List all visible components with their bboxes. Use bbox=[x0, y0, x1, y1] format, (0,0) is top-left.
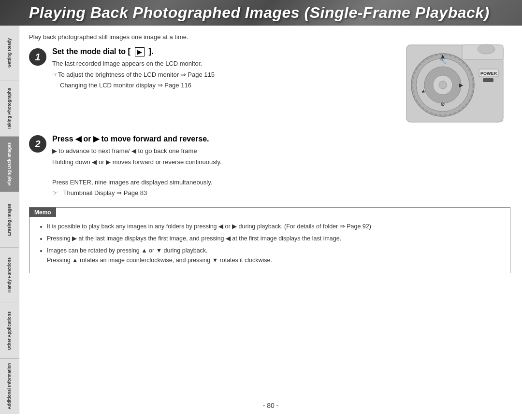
intro-text: Play back photographed still images one … bbox=[29, 33, 510, 41]
step2-number: 2 bbox=[29, 135, 46, 153]
step1-body: The last recorded image appears on the L… bbox=[52, 59, 399, 90]
memo-content: It is possible to play back any images i… bbox=[29, 217, 510, 273]
content-area: Play back photographed still images one … bbox=[19, 26, 522, 414]
step1-title: Set the mode dial to [ ▶ ]. bbox=[52, 47, 399, 56]
step2-line3: Press ENTER, nine images are displayed s… bbox=[52, 178, 510, 187]
main-layout: Getting Ready Taking Photographs Playing… bbox=[0, 26, 522, 414]
step1-number: 1 bbox=[29, 48, 46, 66]
step1-line3: Changing the LCD monitor display ⇒ Page … bbox=[60, 81, 399, 90]
step2-line2: Holding down ◀ or ▶ moves forward or rev… bbox=[52, 157, 510, 167]
sidebar-item-additional-information[interactable]: Additional Information bbox=[0, 359, 19, 414]
step1-line1: The last recorded image appears on the L… bbox=[52, 59, 399, 69]
sidebar-item-taking-photographs[interactable]: Taking Photographs bbox=[0, 81, 19, 137]
camera-svg: 🔧 ▶ ⚙ ★ POWER bbox=[404, 42, 506, 125]
page-header: Playing Back Photographed Images (Single… bbox=[0, 0, 522, 26]
step1-area: 1 Set the mode dial to [ ▶ ]. The last r… bbox=[29, 47, 510, 126]
sidebar-item-getting-ready[interactable]: Getting Ready bbox=[0, 26, 19, 81]
svg-text:▶: ▶ bbox=[459, 82, 464, 88]
memo-item-3: Images can be rotated by pressing ▲ or ▼… bbox=[47, 246, 502, 265]
page-title: Playing Back Photographed Images (Single… bbox=[29, 4, 512, 22]
step2-line1: ▶ to advance to next frame/ ◀ to go back… bbox=[52, 146, 510, 156]
memo-item-1: It is possible to play back any images i… bbox=[47, 222, 502, 231]
step2-body: ▶ to advance to next frame/ ◀ to go back… bbox=[52, 146, 510, 198]
memo-box: Memo It is possible to play back any ima… bbox=[29, 207, 510, 274]
svg-text:★: ★ bbox=[421, 88, 426, 94]
step1-section: 1 Set the mode dial to [ ▶ ]. The last r… bbox=[29, 47, 399, 92]
step2-content: Press ◀ or ▶ to move forward and reverse… bbox=[52, 134, 510, 199]
sidebar-item-erasing-images[interactable]: Erasing Images bbox=[0, 192, 19, 248]
sidebar-item-playing-back-images[interactable]: Playing Back Images bbox=[0, 137, 19, 192]
sidebar-item-handy-functions[interactable]: Handy Functions bbox=[0, 248, 19, 303]
svg-text:⚙: ⚙ bbox=[440, 101, 445, 107]
memo-header: Memo bbox=[29, 208, 56, 217]
svg-point-15 bbox=[478, 44, 495, 54]
sidebar: Getting Ready Taking Photographs Playing… bbox=[0, 26, 19, 414]
page-number: - 80 - bbox=[263, 402, 279, 409]
camera-diagram: 🔧 ▶ ⚙ ★ POWER bbox=[404, 42, 510, 126]
step1-content: Set the mode dial to [ ▶ ]. The last rec… bbox=[52, 47, 399, 92]
svg-point-10 bbox=[439, 81, 447, 89]
svg-text:POWER: POWER bbox=[480, 71, 497, 76]
memo-list: It is possible to play back any images i… bbox=[37, 222, 502, 266]
sidebar-item-other-applications[interactable]: Other Applications bbox=[0, 303, 19, 359]
step1-line2: ☞To adjust the brightness of the LCD mon… bbox=[52, 70, 399, 80]
step1-left: 1 Set the mode dial to [ ▶ ]. The last r… bbox=[29, 47, 399, 126]
memo-item-2: Pressing ▶ at the last image displays th… bbox=[47, 234, 502, 243]
svg-rect-13 bbox=[483, 78, 493, 82]
step2-line4: ☞ Thumbnail Display ⇒ Page 83 bbox=[52, 188, 510, 198]
step2-title: Press ◀ or ▶ to move forward and reverse… bbox=[52, 134, 510, 143]
step2-section: 2 Press ◀ or ▶ to move forward and rever… bbox=[29, 134, 510, 199]
